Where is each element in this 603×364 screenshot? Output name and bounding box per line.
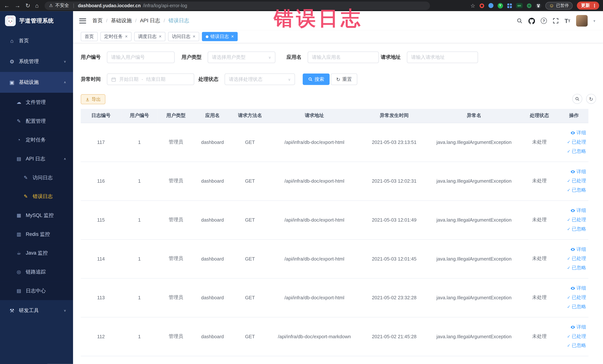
on-badge-extension-icon[interactable]: on bbox=[516, 3, 522, 8]
adblock-extension-icon[interactable] bbox=[480, 3, 484, 8]
tab-close-icon[interactable]: × bbox=[159, 34, 162, 39]
help-icon[interactable]: ? bbox=[541, 18, 547, 24]
action-ignored-link[interactable]: ✓已忽略 bbox=[567, 225, 586, 234]
tab-home[interactable]: 首页 bbox=[81, 32, 98, 41]
bookmark-star-icon[interactable]: ☆ bbox=[470, 3, 475, 8]
sidebar-toggle-icon[interactable] bbox=[79, 18, 86, 23]
font-size-icon[interactable]: TT bbox=[565, 17, 570, 24]
action-ignored-link[interactable]: ✓已忽略 bbox=[567, 263, 586, 272]
cell-user-type: 管理员 bbox=[158, 239, 194, 278]
sidebar-item-access-log[interactable]: ✎访问日志 bbox=[0, 168, 73, 187]
action-processed-link[interactable]: ✓已处理 bbox=[567, 332, 586, 341]
eye-icon bbox=[570, 169, 575, 174]
action-detail-link[interactable]: 详细 bbox=[570, 206, 586, 215]
action-processed-link[interactable]: ✓已处理 bbox=[567, 293, 586, 302]
action-ignored-link[interactable]: ✓已忽略 bbox=[567, 303, 586, 311]
sidebar-item-label: 错误日志 bbox=[33, 193, 53, 200]
app-name-input[interactable] bbox=[308, 52, 379, 63]
cell-actions: 详细✓已处理✓已忽略 bbox=[560, 278, 589, 317]
leaf-extension-icon[interactable] bbox=[527, 3, 532, 8]
action-label: 已处理 bbox=[572, 138, 586, 147]
sidebar-item-job[interactable]: ◔定时任务 bbox=[0, 130, 73, 149]
process-status-select[interactable]: 请选择处理状态 ∨ bbox=[225, 73, 295, 85]
refresh-table-button[interactable]: ↻ bbox=[586, 94, 596, 104]
browser-menu-icon[interactable]: ⋮ bbox=[592, 3, 597, 8]
action-detail-link[interactable]: 详细 bbox=[570, 167, 586, 176]
action-detail-link[interactable]: 详细 bbox=[570, 129, 586, 137]
tab-error-log[interactable]: 错误日志× bbox=[202, 32, 238, 41]
pin-extension-icon[interactable] bbox=[488, 3, 493, 8]
paw-extension-icon[interactable] bbox=[535, 3, 541, 8]
action-processed-link[interactable]: ✓已处理 bbox=[567, 176, 586, 186]
action-detail-link[interactable]: 详细 bbox=[570, 284, 586, 293]
cell-app-name: dashboard bbox=[194, 162, 231, 200]
paused-button[interactable]: ☺ 已暂停 bbox=[545, 2, 573, 9]
cell-url: /api/infra/db-doc/export-html bbox=[269, 123, 359, 162]
update-button[interactable]: 更新 ⋮ bbox=[577, 1, 599, 10]
back-icon[interactable]: ← bbox=[4, 3, 10, 9]
action-label: 已忽略 bbox=[572, 147, 586, 156]
column-header: 异常名 bbox=[429, 109, 519, 123]
user-type-select[interactable]: 请选择用户类型 ∨ bbox=[208, 52, 275, 63]
home-icon: ⌂ bbox=[9, 38, 15, 44]
cell-method: GET bbox=[231, 278, 269, 317]
user-id-input[interactable] bbox=[107, 52, 175, 63]
breadcrumb-item[interactable]: 基础设施 bbox=[111, 17, 132, 24]
sidebar-item-log-center[interactable]: ▤日志中心 bbox=[0, 281, 73, 300]
search-button[interactable]: 搜索 bbox=[303, 73, 330, 85]
sidebar-item-trace[interactable]: ◎链路追踪 bbox=[0, 262, 73, 281]
search-icon[interactable] bbox=[516, 18, 522, 24]
reset-button[interactable]: ↻ 重置 bbox=[331, 73, 357, 85]
request-url-input[interactable] bbox=[407, 52, 478, 63]
sidebar-item-error-log[interactable]: ✎错误日志 bbox=[0, 187, 73, 206]
sidebar-item-api-log[interactable]: ▤API 日志∧ bbox=[0, 149, 73, 168]
y-extension-icon[interactable]: Y bbox=[498, 3, 503, 8]
filter-process-status: 处理状态 请选择处理状态 ∨ bbox=[198, 73, 295, 85]
filter-user-id: 用户编号 bbox=[81, 52, 175, 63]
github-icon[interactable] bbox=[529, 17, 535, 24]
action-detail-link[interactable]: 详细 bbox=[570, 323, 586, 332]
tab-active-dot bbox=[206, 35, 209, 38]
sidebar-item-system[interactable]: ⚙系统管理∨ bbox=[0, 51, 73, 72]
sidebar-item-config[interactable]: ✎配置管理 bbox=[0, 112, 73, 130]
action-processed-link[interactable]: ✓已处理 bbox=[567, 138, 586, 147]
chevron-down-icon: ∨ bbox=[64, 60, 66, 63]
chevron-down-icon: ∨ bbox=[64, 309, 66, 312]
tab-label: 错误日志 bbox=[210, 33, 229, 40]
tab-close-icon[interactable]: × bbox=[231, 34, 234, 39]
action-ignored-link[interactable]: ✓已忽略 bbox=[567, 147, 586, 156]
export-button[interactable]: 导出 bbox=[81, 94, 105, 104]
action-ignored-link[interactable]: ✓已忽略 bbox=[567, 186, 586, 195]
sidebar-item-mysql[interactable]: ▦MySQL 监控 bbox=[0, 206, 73, 225]
reload-icon[interactable]: ↻ bbox=[25, 3, 30, 9]
tab-access-log[interactable]: 访问日志× bbox=[168, 32, 199, 41]
breadcrumb-item[interactable]: 首页 bbox=[92, 17, 103, 24]
sidebar-item-redis[interactable]: ▥Redis 监控 bbox=[0, 225, 73, 244]
home-icon[interactable]: ⌂ bbox=[35, 3, 39, 9]
sidebar-item-java[interactable]: ☕Java 监控 bbox=[0, 244, 73, 262]
fullscreen-icon[interactable] bbox=[553, 18, 559, 24]
check-icon: ✓ bbox=[567, 303, 570, 311]
address-bar[interactable]: ⚠ 不安全 dashboard.yudao.iocoder.cn/infra/l… bbox=[45, 1, 430, 10]
grid-extension-icon[interactable] bbox=[507, 3, 512, 8]
action-processed-link[interactable]: ✓已处理 bbox=[567, 254, 586, 263]
breadcrumb-item[interactable]: API 日志 bbox=[140, 17, 160, 24]
sidebar-item-infra[interactable]: ▣基础设施∧ bbox=[0, 72, 73, 93]
action-detail-link[interactable]: 详细 bbox=[570, 245, 586, 254]
sidebar-item-dev-tools[interactable]: ⚒研发工具∨ bbox=[0, 300, 73, 321]
cell-url: /api/infra/db-doc/export-html bbox=[269, 200, 359, 239]
avatar[interactable] bbox=[576, 15, 588, 26]
action-label: 详细 bbox=[577, 323, 586, 332]
toggle-search-button[interactable] bbox=[572, 94, 582, 104]
action-ignored-link[interactable]: ✓已忽略 bbox=[567, 341, 586, 350]
sidebar-item-file[interactable]: ☁文件管理 bbox=[0, 93, 73, 112]
date-range-picker[interactable]: 开始日期 - 结束日期 bbox=[107, 73, 194, 85]
action-processed-link[interactable]: ✓已处理 bbox=[567, 215, 586, 224]
tab-close-icon[interactable]: × bbox=[193, 34, 195, 39]
tab-job-log[interactable]: 调度日志× bbox=[134, 32, 165, 41]
forward-icon[interactable]: → bbox=[15, 3, 20, 9]
sidebar-item-home[interactable]: ⌂首页 bbox=[0, 30, 73, 51]
mysql-icon: ▦ bbox=[15, 212, 22, 218]
tab-job[interactable]: 定时任务× bbox=[100, 32, 131, 41]
tab-close-icon[interactable]: × bbox=[125, 34, 128, 39]
